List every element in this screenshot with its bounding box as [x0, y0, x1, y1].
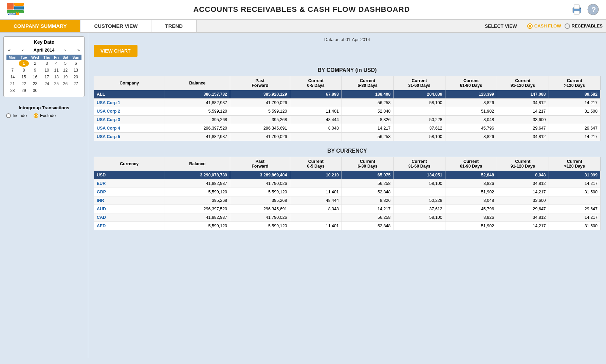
calendar-empty	[41, 87, 52, 94]
table-row[interactable]: CAD41,882,93741,790,02656,25858,1008,826…	[94, 213, 601, 222]
currency-cell-value: 395,268	[165, 196, 230, 205]
calendar-day[interactable]: 1	[19, 60, 29, 67]
th-current-05: Current0-5 Days	[290, 76, 342, 90]
currency-cell-value: 65,075	[342, 171, 393, 179]
calendar-day[interactable]: 16	[29, 74, 41, 80]
table-row[interactable]: AUD296,397,520296,345,6918,04814,21737,6…	[94, 205, 601, 213]
tab-trend[interactable]: TREND	[151, 20, 197, 32]
intra-include[interactable]: Include	[6, 113, 27, 118]
tab-company-summary[interactable]: COMPANY SUMMARY	[0, 20, 80, 32]
company-cell-value: 41,790,026	[230, 99, 290, 107]
intra-exclude[interactable]: Exclude	[34, 113, 56, 118]
table-row[interactable]: GBP5,599,1205,599,12011,40152,84851,9021…	[94, 188, 601, 196]
th-company: Company	[94, 76, 165, 90]
th-current-630: Current6-30 Days	[342, 76, 393, 90]
header: visual bi ACCOUNTS RECEIVABLES & CASH FL…	[0, 0, 606, 20]
calendar-day[interactable]: 2	[29, 60, 41, 67]
calendar-day[interactable]: 30	[29, 87, 41, 94]
company-cell-value: 14,217	[342, 124, 393, 133]
company-cell-value: 395,268	[230, 116, 290, 124]
calendar-day[interactable]: 9	[29, 67, 41, 74]
th-currency-05: Current0-5 Days	[290, 157, 342, 171]
calendar-day[interactable]: 14	[6, 74, 19, 80]
company-cell-value: 34,812	[497, 99, 549, 107]
company-cell-value: 386,157,782	[165, 90, 230, 99]
calendar-day[interactable]: 25	[52, 80, 60, 87]
calendar-empty	[52, 87, 60, 94]
calendar-day[interactable]: 23	[29, 80, 41, 87]
currency-cell-value: 52,848	[445, 171, 497, 179]
intra-exclude-label: Exclude	[40, 113, 56, 118]
calendar-day[interactable]: 15	[19, 74, 29, 80]
cal-prev-year[interactable]: «	[6, 47, 12, 53]
calendar-day[interactable]: 27	[70, 80, 81, 87]
cal-header-thu: Thu	[41, 55, 52, 60]
currency-table-body: USD3,290,078,7393,289,869,40410,21065,07…	[94, 171, 601, 230]
company-cell-label: USA Corp 2	[94, 107, 165, 116]
table-row[interactable]: EUR41,882,93741,790,02656,25858,1008,826…	[94, 179, 601, 188]
table-row[interactable]: USA Corp 141,882,93741,790,02656,25858,1…	[94, 99, 601, 107]
calendar-day[interactable]: 13	[70, 67, 81, 74]
currency-cell-value: 5,599,120	[230, 222, 290, 230]
calendar-day[interactable]: 29	[19, 87, 29, 94]
calendar-day[interactable]: 10	[41, 67, 52, 74]
table-row[interactable]: USD3,290,078,7393,289,869,40410,21065,07…	[94, 171, 601, 179]
calendar-day[interactable]: 12	[60, 67, 70, 74]
calendar-week-row: 21222324252627	[6, 80, 81, 87]
cal-next-year[interactable]: »	[76, 47, 81, 53]
table-row[interactable]: USA Corp 4296,397,520296,345,6918,04814,…	[94, 124, 601, 133]
company-cell-value: 8,826	[342, 116, 393, 124]
currency-cell-value: 8,048	[445, 196, 497, 205]
currency-cell-label: AED	[94, 222, 165, 230]
company-cell-value: 8,826	[445, 99, 497, 107]
view-chart-button[interactable]: VIEW CHART	[94, 45, 137, 57]
th-currency-past: PastForward	[230, 157, 290, 171]
tab-customer-view[interactable]: CUSTOMER VIEW	[80, 20, 151, 32]
company-cell-value: 8,048	[290, 124, 342, 133]
company-cell-label: USA Corp 5	[94, 133, 165, 141]
intragroup-title: Intragroup Transactions	[6, 105, 82, 110]
table-row[interactable]: USA Corp 541,882,93741,790,02656,25858,1…	[94, 133, 601, 141]
calendar-day[interactable]: 8	[19, 67, 29, 74]
calendar-day[interactable]: 3	[41, 60, 52, 67]
calendar-day[interactable]: 11	[52, 67, 60, 74]
calendar-day[interactable]: 6	[70, 60, 81, 67]
logo-icon: visual bi	[7, 3, 24, 16]
table-row[interactable]: ALL386,157,782385,920,12967,893188,40820…	[94, 90, 601, 99]
company-cell-value: 56,258	[342, 133, 393, 141]
calendar-day[interactable]: 7	[6, 67, 19, 74]
company-table-header-row: Company Balance PastForward Current0-5 D…	[94, 76, 601, 90]
currency-cell-value: 5,599,120	[230, 188, 290, 196]
currency-cell-value: 134,051	[393, 171, 445, 179]
calendar-day[interactable]: 17	[41, 74, 52, 80]
calendar-day[interactable]: 20	[70, 74, 81, 80]
company-table-body: ALL386,157,782385,920,12967,893188,40820…	[94, 90, 601, 141]
calendar-day[interactable]: 4	[52, 60, 60, 67]
table-row[interactable]: AED5,599,1205,599,12011,40152,84851,9021…	[94, 222, 601, 230]
calendar-day[interactable]: 5	[60, 60, 70, 67]
currency-cell-label: GBP	[94, 188, 165, 196]
cal-prev-month[interactable]: ‹	[20, 47, 25, 53]
currency-cell-value: 8,826	[445, 179, 497, 188]
calendar-day[interactable]: 24	[41, 80, 52, 87]
print-icon[interactable]	[571, 3, 583, 16]
radio-receivables[interactable]: RECEIVABLES	[565, 23, 603, 29]
calendar-day[interactable]: 26	[60, 80, 70, 87]
company-cell-value: 50,228	[393, 116, 445, 124]
calendar-day[interactable]: 28	[6, 87, 19, 94]
currency-cell-value: 14,217	[549, 213, 600, 222]
radio-cash-flow[interactable]: CASH FLOW	[527, 23, 561, 29]
company-cell-value: 48,444	[290, 116, 342, 124]
currency-cell-value: 41,790,026	[230, 179, 290, 188]
data-date: Data as of 01-Apr-2014	[94, 37, 601, 42]
company-cell-value: 41,882,937	[165, 133, 230, 141]
table-row[interactable]: INR395,268395,26848,4448,82650,2288,0483…	[94, 196, 601, 205]
calendar-day[interactable]: 18	[52, 74, 60, 80]
calendar-day[interactable]: 19	[60, 74, 70, 80]
table-row[interactable]: USA Corp 25,599,1205,599,12011,40152,848…	[94, 107, 601, 116]
calendar-day[interactable]: 22	[19, 80, 29, 87]
table-row[interactable]: USA Corp 3395,268395,26848,4448,82650,22…	[94, 116, 601, 124]
calendar-day[interactable]: 21	[6, 80, 19, 87]
cal-next-month[interactable]: ›	[62, 47, 67, 53]
help-icon[interactable]: ?	[587, 3, 599, 16]
